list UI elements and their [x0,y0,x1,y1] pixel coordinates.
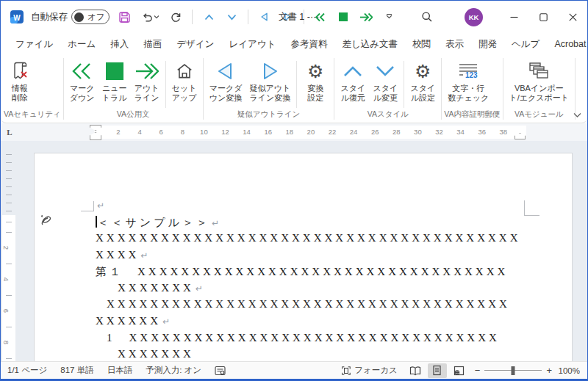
vertical-ruler[interactable]: 2468 [2,141,15,361]
text-boundary-corner-top-left [81,201,94,211]
tab-ヘルプ[interactable]: ヘルプ [504,35,547,54]
setup-button[interactable]: セットアップ [168,57,201,104]
triangle-left-icon[interactable] [257,8,273,26]
document-text: ↵＜＜サンプル＞＞↵XXXXXXXXXXXXXXXXXXXXXXXXXXXXXX… [96,199,537,361]
tab-デザイン[interactable]: デザイン [169,35,221,54]
word-app-icon[interactable]: W [10,10,24,24]
vruler-tick [6,162,12,163]
markdown-button[interactable]: マークダウン [66,57,98,104]
vba-import-export-button[interactable]: VBAインポート/エクスポート [506,57,573,104]
account-avatar[interactable]: KK [465,8,483,26]
ribbon-tab-row: ファイルホーム挿入描画デザインレイアウト参考資料差し込み文書校閲表示開発ヘルプA… [1,33,587,55]
save-icon[interactable] [116,8,132,26]
maximize-button[interactable] [528,1,558,33]
ribbon: 情報削除VAセキュリティマークダウンニュートラルアウトラインセットアップVA公用… [1,55,587,123]
autosave-toggle[interactable]: オフ [71,10,110,24]
ribbon-group: マークダウンニュートラルアウトラインセットアップVA公用文 [65,55,202,123]
group-divider [575,58,576,120]
toggle-knob [74,12,84,22]
group-divider [334,58,334,120]
page-indicator[interactable]: 1/1 ページ [1,362,54,379]
tab-校閲[interactable]: 校閲 [405,35,438,54]
style-fukugen-label: スタイル復元 [340,84,365,103]
group-divider [203,58,204,120]
tab-描画[interactable]: 描画 [136,35,169,54]
undo-icon[interactable] [139,8,161,26]
neutral-label: ニュートラル [102,84,127,103]
tab-ファイル[interactable]: ファイル [8,35,60,54]
text-prediction[interactable]: 予測入力: オン [139,362,208,379]
outline-button[interactable]: アウトライン [131,57,163,104]
markdown-henkan-button[interactable]: マークダウン変換 [206,57,246,104]
customize-qat-chevron-icon[interactable] [381,8,397,26]
style-settei-button[interactable]: ⚙スタイル設定 [406,57,439,104]
vruler-tick [6,186,12,187]
focus-mode-button[interactable]: フォーカス [334,362,404,379]
group-label: VAスタイル [335,109,440,123]
henkan-settei-button[interactable]: ⚙変換設定 [299,57,331,104]
tab-挿入[interactable]: 挿入 [103,35,136,54]
group-divider [63,58,64,120]
green-square-icon[interactable] [335,8,351,26]
group-label: VA公用文 [65,109,202,123]
vruler-number: 6 [2,309,10,313]
tab-レイアウト[interactable]: レイアウト [221,35,283,54]
document-page[interactable]: ↵＜＜サンプル＞＞↵XXXXXXXXXXXXXXXXXXXXXXXXXXXXXX… [34,153,573,361]
tab-差し込み文書[interactable]: 差し込み文書 [334,35,405,54]
editor-proofing-icon[interactable] [208,362,232,379]
zoom-in-button[interactable]: + [546,365,552,376]
markdown-label: マークダウン [70,84,95,103]
setup-label: セットアップ [172,84,197,103]
vruler-tick [6,211,12,211]
style-fukugen-button[interactable]: スタイル復元 [337,57,369,104]
line-text: XXXXXXX [118,348,194,360]
zoom-percent[interactable]: 100% [556,366,580,375]
move-up-icon[interactable] [201,8,217,26]
document-line: ↵ [96,199,537,216]
tab-表示[interactable]: 表示 [438,35,471,54]
vruler-tick [6,222,12,222]
home-icon [175,59,194,84]
markdown-henkan-label: マークダウン変換 [209,84,243,103]
neutral-button[interactable]: ニュートラル [98,57,131,104]
group-divider [503,58,503,120]
double-arrow-right-green-icon [135,59,159,84]
tab-Acrobat[interactable]: Acrobat [547,35,588,53]
close-button[interactable] [558,1,587,33]
web-layout-icon[interactable] [450,363,469,378]
word-count[interactable]: 817 単語 [54,362,100,379]
style-henko-button[interactable]: スタイル変更 [369,57,401,104]
document-line: XXXXXXXXXXXXXXXXXXXXXXXXXXXXXXXXXXXXXXX [96,232,537,249]
zoom-slider[interactable] [484,370,542,371]
move-down-icon[interactable] [223,8,240,26]
zoom-out-button[interactable]: − [475,365,481,376]
tab-ホーム[interactable]: ホーム [60,35,103,54]
text-cursor [96,216,97,228]
zoom-slider-thumb[interactable] [512,366,515,375]
johosakujo-button[interactable]: 情報削除 [4,57,36,104]
double-arrow-right-green-icon[interactable] [358,8,374,26]
giji-outline-henkan-button[interactable]: 疑似アウトライン変換 [246,57,295,104]
read-mode-icon[interactable] [406,363,425,378]
henkan-settei-label: 変換設定 [307,84,323,103]
search-icon[interactable] [416,6,438,28]
redo-icon[interactable] [168,8,184,26]
vba-import-export-label: VBAインポート/エクスポート [509,84,570,103]
collapse-ribbon-icon[interactable] [573,112,581,118]
ruler-number: 38 [500,128,508,136]
vruler-tick [6,358,12,359]
tab-開発[interactable]: 開発 [471,35,504,54]
group-sub-divider [404,61,404,108]
document-line: XXXXXX↵ [96,315,537,332]
separator [248,10,248,24]
status-bar: 1/1 ページ 817 単語 日本語 予測入力: オン フォーカス − [1,361,587,380]
tab-参考資料[interactable]: 参考資料 [283,35,334,54]
triangle-right-blue-icon [259,59,280,84]
outline-label: アウトライン [135,84,159,103]
minimize-button[interactable] [499,1,528,33]
moji-gyosu-check-button[interactable]: 123文字・行数チェック [444,57,492,104]
language-indicator[interactable]: 日本語 [101,362,140,379]
print-layout-icon[interactable] [428,363,447,378]
vruler-number: 2 [2,246,10,250]
horizontal-ruler[interactable]: 2468101214161820222426283032343638 [1,123,587,141]
